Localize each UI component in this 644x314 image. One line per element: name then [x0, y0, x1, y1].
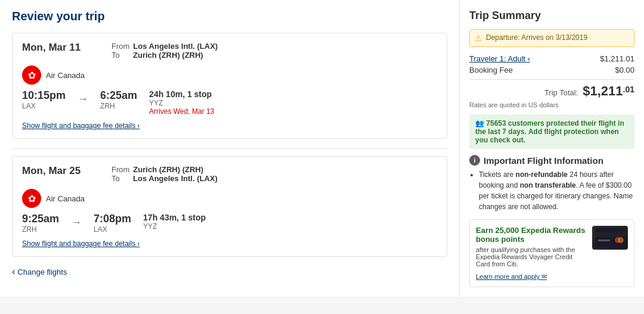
rewards-box: Earn 25,000 Expedia Rewards bonus points…	[469, 219, 634, 287]
return-airline-name: Air Canada	[46, 194, 85, 203]
return-to-airport: Los Angeles Intl. (LAX)	[133, 174, 218, 183]
page-title: Review your trip	[12, 10, 447, 23]
return-from-label: From	[112, 165, 129, 174]
total-value-wrapper: $1,211.01	[583, 83, 634, 99]
return-date: Mon, Mar 25	[22, 165, 106, 177]
summary-title: Trip Summary	[469, 10, 634, 22]
total-cents: .01	[623, 85, 634, 94]
outbound-airline-row: ✿ Air Canada	[22, 66, 437, 85]
warning-text: Departure: Arrives on 3/13/2019	[486, 33, 587, 42]
return-from-airport: Zurich (ZRH) (ZRH)	[133, 165, 203, 174]
return-flight-segment: Mon, Mar 25 From Zurich (ZRH) (ZRH) To L…	[12, 156, 447, 257]
return-arrow-icon: →	[71, 213, 82, 229]
maple-leaf-icon-2: ✿	[28, 193, 36, 204]
booking-fee-label: Booking Fee	[469, 66, 513, 74]
outbound-arrive-block: 6:25am ZRH	[100, 89, 137, 110]
outbound-flight-segment: Mon, Mar 11 From Los Angeles Intl. (LAX)…	[12, 33, 447, 139]
outbound-from-airport: Los Angeles Intl. (LAX)	[133, 42, 218, 51]
booking-fee-row: Booking Fee $0.00	[469, 66, 634, 74]
traveler-price-row: Traveler 1: Adult ‹ $1,211.01	[469, 54, 634, 63]
return-stop-code: YYZ	[143, 222, 206, 231]
return-depart-code: ZRH	[22, 225, 59, 234]
outbound-airline-logo: ✿	[22, 66, 41, 85]
outbound-to-airport: Zurich (ZRH) (ZRH)	[133, 51, 203, 60]
return-duration-block: 17h 43m, 1 stop YYZ	[143, 213, 206, 231]
change-flights-link[interactable]: Change flights	[12, 266, 447, 277]
rewards-text: Earn 25,000 Expedia Rewards bonus points…	[476, 226, 586, 281]
booking-fee-value: $0.00	[615, 66, 634, 74]
traveler-label[interactable]: Traveler 1: Adult ‹	[469, 54, 530, 63]
outbound-from-label: From	[112, 42, 129, 51]
total-divider	[469, 79, 634, 80]
outbound-arrive-code: ZRH	[100, 102, 137, 110]
return-details-link[interactable]: Show flight and baggage fee details ‹	[22, 240, 140, 248]
maple-leaf-icon: ✿	[28, 70, 36, 81]
outbound-depart-time: 10:15pm	[22, 89, 66, 102]
outbound-arrives-note: Arrives Wed, Mar 13	[149, 107, 214, 116]
return-to-label: To	[112, 174, 129, 183]
outbound-duration-block: 24h 10m, 1 stop YYZ Arrives Wed, Mar 13	[149, 89, 214, 116]
rewards-title: Earn 25,000 Expedia Rewards bonus points	[476, 226, 586, 244]
outbound-airline-name: Air Canada	[46, 71, 85, 80]
total-dollars: $1,211	[583, 83, 623, 98]
return-airline-row: ✿ Air Canada	[22, 189, 437, 208]
info-icon: i	[469, 155, 480, 166]
info-list-item: Tickets are non-refundable 24 hours afte…	[479, 169, 634, 212]
outbound-arrive-time: 6:25am	[100, 89, 137, 102]
important-info-section: i Important Flight Information Tickets a…	[469, 155, 634, 212]
info-bold-2: non transferable	[520, 181, 576, 189]
rates-note: Rates are quoted in US dollars	[469, 101, 634, 108]
total-label: Trip Total:	[544, 88, 578, 97]
credit-card-image	[592, 226, 628, 250]
return-depart-block: 9:25am ZRH	[22, 213, 59, 234]
svg-point-4	[618, 237, 624, 243]
return-arrive-time: 7:08pm	[94, 213, 131, 225]
segments-divider	[12, 148, 447, 149]
rewards-desc: after qualifying purchases with the Expe…	[476, 246, 586, 268]
svg-rect-2	[598, 240, 610, 241]
return-arrive-block: 7:08pm LAX	[94, 213, 131, 234]
rewards-link[interactable]: Learn more and apply ✉	[476, 273, 547, 280]
info-text-1: Tickets are	[479, 170, 516, 179]
outbound-depart-block: 10:15pm LAX	[22, 89, 66, 110]
traveler-price: $1,211.01	[600, 54, 634, 63]
outbound-times-row: 10:15pm LAX → 6:25am ZRH 24h 10m, 1 stop…	[22, 89, 437, 116]
return-times-row: 9:25am ZRH → 7:08pm LAX 17h 43m, 1 stop …	[22, 213, 437, 234]
outbound-details-link[interactable]: Show flight and baggage fee details ‹	[22, 122, 140, 130]
outbound-depart-code: LAX	[22, 102, 66, 110]
outbound-stop-code: YYZ	[149, 99, 214, 107]
info-title-row: i Important Flight Information	[469, 155, 634, 166]
protection-box: 👥 75653 customers protected their flight…	[469, 114, 634, 149]
total-row: Trip Total: $1,211.01	[469, 83, 634, 99]
info-title-text: Important Flight Information	[484, 156, 603, 166]
credit-card-svg	[595, 228, 625, 248]
outbound-to-label: To	[112, 51, 129, 60]
return-arrive-code: LAX	[94, 225, 131, 234]
return-duration: 17h 43m, 1 stop	[143, 213, 206, 222]
warning-icon: ⚠	[475, 33, 482, 43]
return-depart-time: 9:25am	[22, 213, 59, 225]
return-airline-logo: ✿	[22, 189, 41, 208]
info-bold-1: non-refundable	[516, 170, 568, 179]
outbound-date: Mon, Mar 11	[22, 42, 106, 54]
protection-icon: 👥	[475, 119, 486, 128]
outbound-duration: 24h 10m, 1 stop	[149, 89, 214, 99]
outbound-arrow-icon: →	[78, 89, 88, 105]
svg-rect-1	[595, 232, 625, 237]
trip-summary-sidebar: Trip Summary ⚠ Departure: Arrives on 3/1…	[459, 0, 644, 297]
outbound-route: From Los Angeles Intl. (LAX) To Zurich (…	[112, 42, 218, 60]
info-list: Tickets are non-refundable 24 hours afte…	[469, 169, 634, 212]
protection-text: 75653 customers protected their flight i…	[475, 119, 624, 144]
departure-warning: ⚠ Departure: Arrives on 3/13/2019	[469, 29, 634, 47]
return-route: From Zurich (ZRH) (ZRH) To Los Angeles I…	[112, 165, 218, 183]
